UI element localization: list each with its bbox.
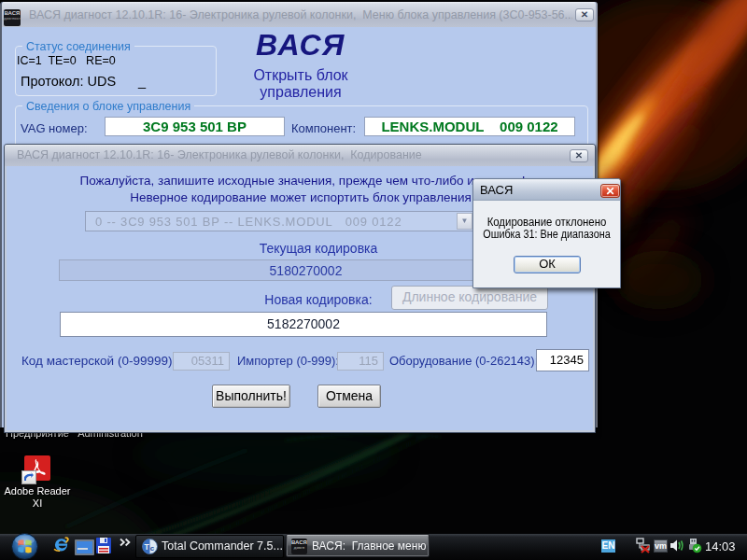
svg-text:T: T: [145, 542, 150, 552]
svg-text:c: c: [150, 544, 155, 553]
